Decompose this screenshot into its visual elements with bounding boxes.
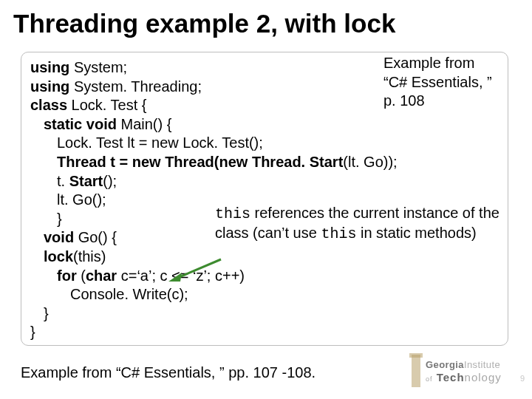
- source-line: “C# Essentials, ”: [383, 73, 494, 92]
- code-text: Lock. Test {: [67, 97, 146, 113]
- keyword: for: [57, 267, 77, 284]
- keyword: using: [30, 59, 69, 75]
- code-text: (lt. Go));: [343, 154, 397, 170]
- slide-title: Threading example 2, with lock: [0, 0, 532, 38]
- keyword: lock: [44, 248, 73, 265]
- annotation-text: this references the current instance of …: [215, 204, 505, 243]
- code-text: System. Threading;: [69, 78, 202, 95]
- code-line: }: [30, 323, 499, 342]
- source-citation: Example from “C# Essentials, ” p. 108: [383, 54, 494, 111]
- code-this: this: [215, 205, 250, 222]
- logo-tech: Tech: [437, 371, 465, 383]
- slide: Threading example 2, with lock Example f…: [0, 0, 532, 399]
- code-this: this: [321, 225, 356, 242]
- keyword: void: [44, 229, 74, 245]
- svg-line-0: [176, 259, 221, 279]
- code-line: }: [30, 304, 499, 324]
- code-text: t.: [57, 173, 69, 189]
- arrow-icon: [166, 256, 225, 286]
- keyword: Thread t = new Thread(new Thread. Start: [57, 154, 343, 170]
- logo-text-line1: GeorgiaInstitute: [426, 359, 500, 370]
- svg-marker-1: [168, 273, 182, 282]
- code-line: Lock. Test lt = new Lock. Test();: [30, 134, 499, 153]
- code-line: Thread t = new Thread(new Thread. Start(…: [30, 153, 499, 172]
- code-box: Example from “C# Essentials, ” p. 108 us…: [21, 52, 508, 346]
- page-number: 9: [520, 374, 525, 383]
- keyword: using: [30, 78, 69, 95]
- keyword: static void: [44, 116, 117, 132]
- code-text: Main() {: [117, 116, 171, 132]
- code-text: System;: [69, 59, 127, 75]
- code-text: (: [77, 267, 86, 284]
- code-line: for (char c=‘a’; c <= ‘z’; c++): [30, 267, 499, 286]
- logo-of: of: [426, 375, 433, 383]
- annotation-part: in static methods): [356, 225, 476, 241]
- code-text: (this): [73, 248, 106, 265]
- keyword: Start: [69, 173, 103, 189]
- source-line: Example from: [383, 54, 494, 73]
- code-line: Console. Write(c);: [30, 285, 499, 304]
- keyword: char: [86, 267, 117, 284]
- code-line: lock(this): [30, 248, 499, 267]
- logo-nology: nology: [465, 371, 502, 383]
- code-line: static void Main() {: [30, 115, 499, 134]
- georgia-tech-logo: GeorgiaInstitute of Technology: [408, 355, 511, 389]
- code-text: ();: [103, 173, 117, 189]
- logo-georgia: Georgia: [426, 359, 464, 370]
- code-line: t. Start();: [30, 172, 499, 191]
- logo-text-line2: of Technology: [426, 371, 502, 383]
- keyword: class: [30, 97, 67, 113]
- code-text: Go() {: [74, 229, 117, 245]
- logo-column: [412, 355, 420, 387]
- source-line: p. 108: [383, 92, 494, 111]
- footer-citation: Example from “C# Essentials, ” pp. 107 -…: [21, 364, 316, 381]
- logo-institute: Institute: [464, 359, 500, 370]
